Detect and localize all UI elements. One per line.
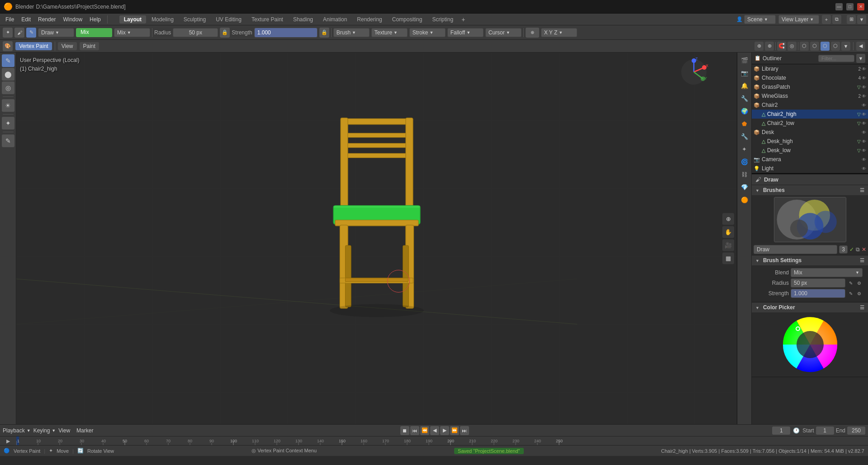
outliner-item-desk-high[interactable]: △ Desk_high ▽ 👁	[752, 137, 868, 146]
brush-settings-header[interactable]: Brush Settings ☰	[752, 255, 868, 265]
current-frame-input[interactable]: 1	[772, 427, 790, 435]
tab-layout[interactable]: Layout	[119, 15, 146, 24]
brush-copy-icon[interactable]: ⧉	[856, 246, 860, 253]
menu-window[interactable]: Window	[59, 15, 86, 24]
tool-draw[interactable]: ✎	[2, 54, 14, 67]
strength-settings-icon[interactable]: ⚙	[855, 290, 863, 297]
keying-dropdown[interactable]: Keying ▼	[33, 427, 56, 434]
brush-settings-options[interactable]: ☰	[860, 258, 864, 264]
symmetry-icon[interactable]: ⊕	[526, 28, 539, 38]
color-wheel[interactable]	[781, 315, 840, 374]
step-back-button[interactable]: ◀	[430, 426, 439, 435]
scene-dropdown[interactable]: Scene ▼	[744, 15, 776, 24]
filter-button[interactable]: ▼	[857, 15, 866, 24]
close-button[interactable]: ✕	[857, 3, 864, 10]
shading-material-icon[interactable]: ⬡	[821, 42, 830, 51]
pan-icon[interactable]: ✋	[722, 226, 734, 238]
marker-button[interactable]: Marker	[73, 427, 97, 435]
3d-scene[interactable]	[16, 53, 737, 424]
output-props-icon[interactable]: 📷	[739, 67, 750, 79]
brush-delete-icon[interactable]: ✕	[862, 246, 866, 253]
shading-rendered-icon[interactable]: ⬡	[831, 42, 840, 51]
tab-rendering[interactable]: Rendering	[352, 15, 386, 24]
material-props-icon[interactable]: 🟠	[739, 194, 750, 206]
outliner-item-wineglass[interactable]: 📦 WineGlass 2 👁	[752, 91, 868, 101]
outliner-item-chair2[interactable]: 📦 Chair2 👁	[752, 101, 868, 110]
brush-icon[interactable]: 🖌	[14, 28, 24, 38]
vertex-paint-mode-button[interactable]: Vertex Paint	[15, 42, 52, 50]
gizmo-icon[interactable]: ⊕	[765, 42, 774, 51]
xyz-dropdown[interactable]: X Y Z ▼	[541, 28, 577, 37]
radius-input[interactable]: 50 px	[173, 28, 218, 37]
shading-solid-icon[interactable]: ⬡	[810, 42, 819, 51]
brush-name-input[interactable]	[754, 245, 837, 254]
blend-value-dropdown[interactable]: Mix ▼	[791, 268, 863, 277]
view-layer-props-icon[interactable]: 🔔	[739, 80, 750, 91]
view-button[interactable]: View	[58, 42, 77, 50]
collapse-panel-button[interactable]: ◀	[856, 42, 865, 51]
maximize-button[interactable]: □	[846, 3, 854, 10]
outliner-item-chocolate[interactable]: 📦 Chocolate 4 👁	[752, 73, 868, 82]
outliner-search[interactable]	[818, 55, 854, 62]
radius-edit-icon[interactable]: ✎	[847, 279, 854, 287]
outliner-item-desk-low[interactable]: △ Desk_low ▽ 👁	[752, 146, 868, 155]
draw-dropdown[interactable]: Draw ▼	[38, 28, 74, 37]
viewport[interactable]: User Perspective (Local) (1) Chair2_high	[16, 53, 737, 424]
snap-icon[interactable]: 🧲	[777, 42, 786, 51]
jump-start-button[interactable]: ⏮	[410, 426, 419, 435]
tab-uv-editing[interactable]: UV Editing	[211, 15, 246, 24]
brushes-options-icon[interactable]: ☰	[860, 187, 864, 193]
world-props-icon[interactable]: 🌍	[739, 105, 750, 117]
tab-animation[interactable]: Animation	[318, 15, 351, 24]
stroke-dropdown[interactable]: Stroke ▼	[409, 28, 446, 37]
draw-mode-icon[interactable]: ✎	[26, 28, 36, 38]
tool-sample[interactable]: ✦	[2, 117, 14, 129]
view-dropdown[interactable]: View	[58, 427, 70, 434]
shading-settings-icon[interactable]: ▼	[841, 42, 850, 51]
strength-input[interactable]: 1.000	[254, 28, 318, 38]
tab-compositing[interactable]: Compositing	[388, 15, 427, 24]
scene-props-icon[interactable]: 🔧	[739, 92, 750, 104]
texture-dropdown[interactable]: Texture ▼	[371, 28, 408, 37]
paint-button[interactable]: Paint	[80, 42, 99, 50]
start-frame-input[interactable]: 1	[816, 427, 834, 435]
strength-edit-icon[interactable]: ✎	[847, 290, 854, 297]
menu-help[interactable]: Help	[86, 15, 104, 24]
radius-settings-icon[interactable]: ⚙	[855, 279, 863, 287]
radius-lock-icon[interactable]: 🔒	[220, 28, 230, 38]
next-keyframe-button[interactable]: ⏩	[450, 426, 459, 435]
outliner-item-library[interactable]: 📦 Library 2 👁	[752, 64, 868, 73]
outliner-item-chair2-high[interactable]: △ Chair2_high ▽ 👁	[752, 110, 868, 119]
tab-texture-paint[interactable]: Texture Paint	[247, 15, 288, 24]
jump-end-button[interactable]: ⏭	[460, 426, 469, 435]
blend-dropdown[interactable]: Mix ▼	[114, 28, 150, 37]
menu-render[interactable]: Render	[34, 15, 59, 24]
physics-props-icon[interactable]: 🌀	[739, 156, 750, 168]
tab-scripting[interactable]: Scripting	[427, 15, 458, 24]
frame-ruler[interactable]: 1 10 20 30 40 50 60 70 80 90 100 110 120…	[0, 436, 868, 445]
radius-prop-value[interactable]: 50 px	[791, 278, 845, 288]
tool-average[interactable]: ◎	[2, 81, 14, 94]
editor-type-button[interactable]: ⊞	[847, 15, 856, 24]
brush-dropdown[interactable]: Brush ▼	[333, 28, 370, 37]
particle-props-icon[interactable]: ✦	[739, 143, 750, 155]
outliner-item-light[interactable]: 💡 Light 👁	[752, 164, 868, 173]
outliner-item-grasspatch[interactable]: 📦 GrassPatch ▽ 👁	[752, 82, 868, 91]
menu-file[interactable]: File	[2, 15, 18, 24]
tool-annotate[interactable]: ✎	[2, 134, 14, 147]
view-layer-dropdown[interactable]: View Layer ▼	[778, 15, 819, 24]
tab-modeling[interactable]: Modeling	[147, 15, 178, 24]
zoom-in-icon[interactable]: ⊕	[722, 213, 734, 225]
stop-button[interactable]: ⏹	[400, 426, 409, 435]
strength-lock-icon[interactable]: 🔒	[319, 28, 329, 38]
shading-wire-icon[interactable]: ⬡	[800, 42, 809, 51]
outliner-item-camera[interactable]: 📷 Camera 👁	[752, 155, 868, 164]
new-scene-button[interactable]: +	[822, 15, 831, 24]
minimize-button[interactable]: —	[835, 3, 843, 10]
modifier-props-icon[interactable]: 🔧	[739, 130, 750, 142]
constraint-props-icon[interactable]: ⛓	[739, 168, 750, 180]
data-props-icon[interactable]: 💎	[739, 181, 750, 193]
outliner-item-chair2-low[interactable]: △ Chair2_low ▽ 👁	[752, 119, 868, 128]
outliner-item-desk[interactable]: 📦 Desk 👁	[752, 128, 868, 137]
camera-icon[interactable]: 🎥	[722, 239, 734, 251]
